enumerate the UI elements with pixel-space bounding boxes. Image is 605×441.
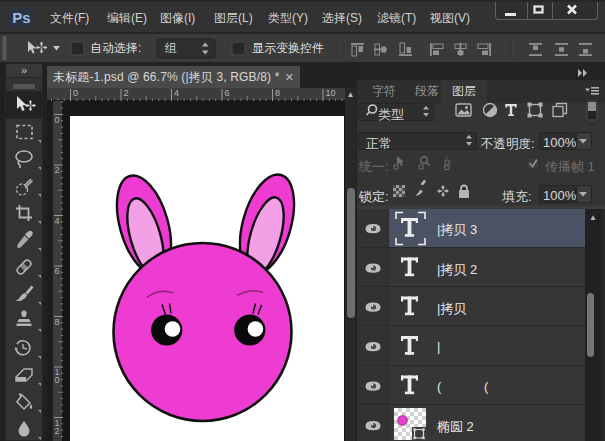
svg-text:10: 10 [326, 88, 336, 98]
svg-text:2: 2 [124, 88, 129, 98]
svg-text:6: 6 [55, 266, 60, 276]
svg-text:2: 2 [55, 165, 60, 175]
svg-text:4: 4 [174, 88, 179, 98]
svg-text:8: 8 [275, 88, 280, 98]
svg-text:8: 8 [55, 317, 60, 327]
svg-text:4: 4 [55, 216, 60, 226]
svg-text:0: 0 [55, 115, 60, 125]
svg-text:0: 0 [73, 88, 78, 98]
svg-text:6: 6 [225, 88, 230, 98]
svg-text:0: 0 [55, 375, 60, 385]
svg-text:2: 2 [55, 426, 60, 436]
